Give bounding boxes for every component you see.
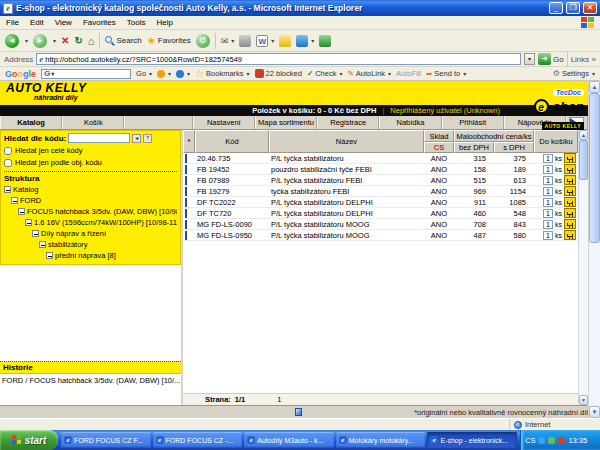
- browser-scroll-thumb[interactable]: [589, 93, 600, 243]
- menu-tools[interactable]: Tools: [127, 18, 146, 27]
- tab-nabidka[interactable]: Nabídka: [379, 116, 441, 129]
- tree-item-engine[interactable]: 1.6 16V (1596ccm/74kW/100HP) [10/98-11/.…: [4, 217, 177, 228]
- tray-icon-messenger[interactable]: [548, 437, 555, 444]
- detail-icon[interactable]: [183, 220, 195, 229]
- spellcheck-button[interactable]: ✓Check: [307, 69, 343, 78]
- close-button[interactable]: ✕: [583, 2, 597, 14]
- scroll-thumb[interactable]: [579, 140, 588, 180]
- taskbar-button[interactable]: eAutodíly M3auto - k...: [244, 432, 334, 448]
- mail-button[interactable]: ✉: [221, 36, 235, 46]
- header-price-novat[interactable]: bez DPH: [454, 142, 494, 153]
- address-dropdown[interactable]: ▾: [524, 53, 535, 65]
- language-indicator[interactable]: CS: [525, 436, 535, 445]
- google-search-input[interactable]: [56, 70, 130, 78]
- forward-dropdown[interactable]: [52, 36, 56, 45]
- google-g-dropdown[interactable]: G: [42, 69, 56, 78]
- collapse-icon[interactable]: [25, 219, 32, 226]
- add-to-cart-button[interactable]: [564, 164, 576, 174]
- add-to-cart-button[interactable]: [564, 208, 576, 218]
- collapse-icon[interactable]: [39, 241, 46, 248]
- print-button[interactable]: [239, 35, 251, 47]
- start-button[interactable]: start: [0, 430, 58, 450]
- search-button[interactable]: Search: [105, 36, 141, 45]
- browser-scroll-track[interactable]: [589, 243, 600, 406]
- browser-scroll-down-button[interactable]: ▼: [589, 406, 600, 418]
- quantity-input[interactable]: [543, 187, 553, 196]
- people-button[interactable]: [319, 35, 331, 47]
- settings-button[interactable]: ⚙Settings: [553, 69, 595, 78]
- add-to-cart-button[interactable]: [564, 153, 576, 163]
- collapse-icon[interactable]: [18, 208, 25, 215]
- quantity-input[interactable]: [543, 231, 553, 240]
- order-code-checkbox[interactable]: [4, 159, 12, 167]
- code-search-input[interactable]: [68, 133, 130, 143]
- taskbar-button[interactable]: eFORD FOCUS CZ F...: [61, 432, 151, 448]
- google-site-button[interactable]: [157, 70, 171, 78]
- tree-item-ford[interactable]: FORD: [4, 195, 177, 206]
- address-input[interactable]: [45, 54, 518, 64]
- quantity-input[interactable]: [543, 154, 553, 163]
- search-help-button[interactable]: ?: [143, 134, 152, 143]
- add-to-cart-button[interactable]: [564, 197, 576, 207]
- edit-word-button[interactable]: W: [256, 35, 274, 47]
- maximize-button[interactable]: ❐: [566, 2, 580, 14]
- tab-prihlasit[interactable]: Přihlásit: [442, 116, 504, 129]
- header-stock-cs[interactable]: CS: [424, 142, 454, 153]
- detail-icon[interactable]: [183, 198, 195, 207]
- header-code[interactable]: Kód: [195, 130, 269, 153]
- tab-katalog[interactable]: Katalog: [0, 116, 62, 129]
- links-menu[interactable]: Links: [571, 55, 596, 64]
- add-to-cart-button[interactable]: [564, 186, 576, 196]
- collapse-icon[interactable]: [11, 197, 18, 204]
- detail-icon[interactable]: [183, 165, 195, 174]
- quantity-input[interactable]: [543, 220, 553, 229]
- refresh-button[interactable]: ↻: [74, 34, 82, 48]
- quantity-input[interactable]: [543, 198, 553, 207]
- tray-icon-antivirus[interactable]: [558, 437, 565, 444]
- add-to-cart-button[interactable]: [564, 175, 576, 185]
- home-button[interactable]: ⌂: [88, 34, 95, 48]
- tree-item-predni-naprava[interactable]: přední náprava [8]: [4, 250, 177, 261]
- bookmarks-button[interactable]: ☆Bookmarks: [195, 68, 250, 79]
- page-number-link[interactable]: 1: [277, 395, 281, 404]
- quantity-input[interactable]: [543, 209, 553, 218]
- history-item[interactable]: FORD / FOCUS hatchback 3/5dv. (DAW, DBW)…: [0, 374, 181, 387]
- whole-codes-checkbox[interactable]: [4, 147, 12, 155]
- minimize-button[interactable]: _: [549, 2, 563, 14]
- collapse-icon[interactable]: [32, 230, 39, 237]
- scroll-track[interactable]: [579, 180, 588, 395]
- google-go-button[interactable]: Go: [136, 69, 152, 78]
- taskbar-button-active[interactable]: eE-shop - elektronick...: [427, 432, 517, 448]
- header-stock[interactable]: Sklad: [424, 130, 454, 142]
- popup-blocker-button[interactable]: 22 blocked: [255, 69, 302, 78]
- tab-mapa-sortimentu[interactable]: Mapa sortimentu: [255, 116, 317, 129]
- menu-favorites[interactable]: Favorites: [83, 18, 116, 27]
- favorites-button[interactable]: ★Favorites: [147, 35, 191, 46]
- tab-nastaveni[interactable]: Nastavení: [193, 116, 255, 129]
- go-button[interactable]: ➜Go: [538, 53, 564, 65]
- history-button[interactable]: ↺: [196, 34, 210, 48]
- collapse-icon[interactable]: [46, 252, 53, 259]
- add-to-cart-button[interactable]: [564, 230, 576, 240]
- tray-icon-network[interactable]: [538, 437, 545, 444]
- scroll-down-button[interactable]: ▼: [579, 395, 588, 405]
- browser-scroll-up-button[interactable]: ▲: [589, 81, 600, 93]
- menu-file[interactable]: File: [6, 18, 19, 27]
- header-price-vat[interactable]: s DPH: [494, 142, 534, 153]
- tab-kosik[interactable]: Košík: [62, 116, 124, 129]
- quantity-input[interactable]: [543, 165, 553, 174]
- menu-edit[interactable]: Edit: [30, 18, 44, 27]
- tree-item-stabilizatory[interactable]: stabilizátory: [4, 239, 177, 250]
- sendto-button[interactable]: ➥Send to: [426, 69, 466, 78]
- menu-help[interactable]: Help: [156, 18, 172, 27]
- detail-icon[interactable]: [183, 154, 195, 163]
- autofill-button[interactable]: AutoFill: [396, 69, 421, 78]
- back-dropdown[interactable]: [24, 36, 28, 45]
- taskbar-button[interactable]: eMotokáry motokáry...: [336, 432, 426, 448]
- tree-item-focus[interactable]: FOCUS hatchback 3/5dv. (DAW, DBW) [10/98…: [4, 206, 177, 217]
- tree-item-katalog[interactable]: Katalog: [4, 184, 177, 195]
- detail-icon[interactable]: [183, 209, 195, 218]
- menu-view[interactable]: View: [55, 18, 72, 27]
- taskbar-button[interactable]: eFORD FOCUS CZ -...: [153, 432, 243, 448]
- autolink-button[interactable]: ✎AutoLink: [347, 69, 391, 78]
